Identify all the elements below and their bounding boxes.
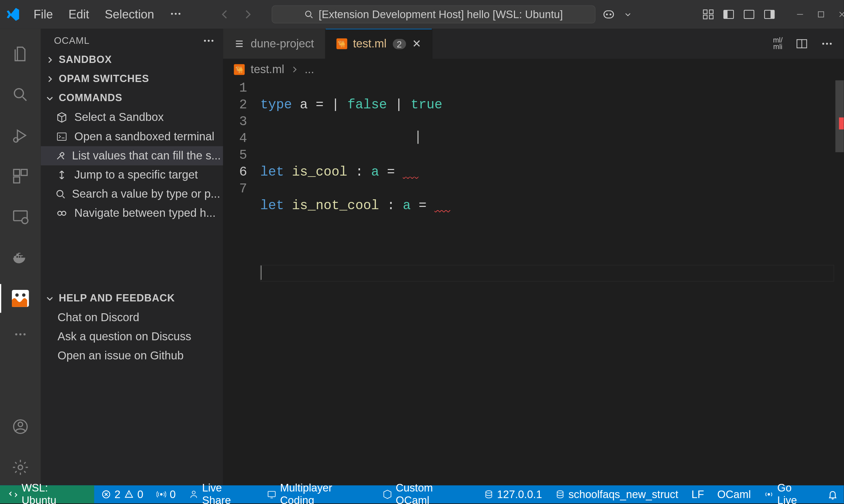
copilot-icon[interactable] bbox=[601, 7, 616, 22]
svg-rect-20 bbox=[21, 169, 27, 175]
status-database-ip[interactable]: 127.0.0.1 bbox=[478, 485, 548, 503]
help-discord[interactable]: Chat on Discord bbox=[41, 308, 223, 327]
sidebar: OCAML SANDBOX OPAM SWITCHES COMMANDS bbox=[41, 29, 223, 485]
vscode-logo-icon bbox=[5, 6, 20, 23]
breadcrumb[interactable]: 🐫 test.ml ... bbox=[223, 59, 844, 80]
menu-bar: File Edit Selection bbox=[27, 4, 189, 25]
svg-point-35 bbox=[211, 40, 213, 42]
cmd-list-values[interactable]: List values that can fill the s... bbox=[41, 146, 223, 165]
scrollbar-thumb[interactable] bbox=[836, 80, 844, 152]
svg-point-23 bbox=[22, 218, 28, 224]
svg-rect-8 bbox=[709, 10, 713, 14]
search-icon[interactable] bbox=[0, 77, 41, 113]
svg-rect-36 bbox=[57, 133, 66, 140]
svg-rect-15 bbox=[771, 10, 774, 18]
nav-back-icon[interactable] bbox=[219, 8, 231, 20]
activity-bar bbox=[0, 29, 41, 485]
cmd-jump-target[interactable]: Jump to a specific target bbox=[41, 165, 223, 184]
command-center[interactable]: [Extension Development Host] hello [WSL:… bbox=[272, 5, 596, 23]
window-maximize-icon[interactable] bbox=[817, 10, 825, 18]
svg-point-6 bbox=[609, 14, 611, 15]
settings-gear-icon[interactable] bbox=[0, 449, 41, 485]
svg-rect-21 bbox=[14, 177, 19, 183]
panel-bottom-icon[interactable] bbox=[743, 8, 755, 20]
svg-point-34 bbox=[208, 40, 210, 42]
status-database-name[interactable]: schoolfaqs_new_struct bbox=[549, 485, 684, 503]
remote-indicator[interactable]: WSL: Ubuntu bbox=[0, 485, 94, 503]
cmd-select-sandbox[interactable]: Select a Sandbox bbox=[41, 108, 223, 127]
ml-mli-switch-icon[interactable]: ml/ mli bbox=[773, 37, 783, 50]
section-help[interactable]: HELP AND FEEDBACK bbox=[41, 289, 223, 308]
svg-point-25 bbox=[15, 293, 18, 296]
docker-icon[interactable] bbox=[0, 240, 41, 276]
ocaml-file-icon: 🐫 bbox=[234, 64, 245, 75]
package-icon bbox=[55, 112, 68, 123]
tab-dune-project[interactable]: dune-project bbox=[223, 29, 325, 59]
window-close-icon[interactable] bbox=[838, 10, 844, 18]
help-discuss[interactable]: Ask a question on Discuss bbox=[41, 327, 223, 346]
status-notifications-icon[interactable] bbox=[822, 485, 844, 503]
code-editor[interactable]: 1 2 3 4 5 6 7 type a = | false | true le… bbox=[223, 80, 844, 486]
sidebar-title: OCAML bbox=[54, 35, 90, 46]
section-sandbox[interactable]: SANDBOX bbox=[41, 50, 223, 70]
menu-file[interactable]: File bbox=[27, 4, 60, 25]
more-actions-icon[interactable] bbox=[821, 38, 833, 50]
split-editor-icon[interactable] bbox=[796, 38, 808, 50]
svg-point-26 bbox=[22, 293, 25, 296]
window-minimize-icon[interactable] bbox=[796, 10, 804, 18]
cmd-search-type[interactable]: Search a value by type or p... bbox=[41, 184, 223, 203]
extensions-icon[interactable] bbox=[0, 158, 41, 194]
svg-point-27 bbox=[15, 334, 17, 336]
svg-rect-13 bbox=[744, 10, 754, 18]
nav-forward-icon[interactable] bbox=[242, 8, 254, 20]
close-icon[interactable]: ✕ bbox=[412, 37, 421, 50]
layout-customize-icon[interactable] bbox=[702, 8, 714, 20]
ocaml-icon[interactable] bbox=[0, 280, 41, 316]
run-debug-icon[interactable] bbox=[0, 118, 41, 154]
tab-test-ml[interactable]: 🐫 test.ml 2 ✕ bbox=[325, 29, 432, 59]
svg-rect-10 bbox=[709, 15, 713, 19]
menu-selection[interactable]: Selection bbox=[98, 4, 161, 25]
svg-point-0 bbox=[171, 13, 173, 15]
help-github[interactable]: Open an issue on Github bbox=[41, 346, 223, 365]
sidebar-more-icon[interactable] bbox=[203, 35, 214, 47]
overflow-icon[interactable] bbox=[0, 321, 41, 347]
status-multiplayer[interactable]: Multiplayer Coding bbox=[261, 485, 375, 503]
svg-point-45 bbox=[160, 493, 162, 496]
svg-rect-12 bbox=[724, 10, 727, 18]
section-opam[interactable]: OPAM SWITCHES bbox=[41, 70, 223, 89]
code-content[interactable]: type a = | false | true let is_cool : a … bbox=[260, 80, 844, 486]
error-marker[interactable] bbox=[839, 118, 844, 129]
overview-ruler[interactable] bbox=[836, 80, 844, 486]
menu-edit[interactable]: Edit bbox=[61, 4, 96, 25]
panel-right-icon[interactable] bbox=[763, 8, 775, 20]
svg-point-29 bbox=[23, 334, 26, 336]
cmd-navigate-holes[interactable]: Navigate between typed h... bbox=[41, 203, 223, 223]
accounts-icon[interactable] bbox=[0, 409, 41, 445]
chevron-right-icon bbox=[290, 65, 298, 73]
svg-point-49 bbox=[557, 491, 563, 493]
status-problems[interactable]: 2 0 bbox=[95, 485, 149, 503]
svg-point-5 bbox=[606, 14, 608, 15]
svg-point-38 bbox=[58, 211, 62, 215]
svg-point-17 bbox=[15, 89, 23, 97]
remote-explorer-icon[interactable] bbox=[0, 199, 41, 235]
svg-point-39 bbox=[62, 211, 66, 215]
svg-point-50 bbox=[768, 493, 770, 496]
status-language[interactable]: OCaml bbox=[711, 485, 757, 503]
gutter: 1 2 3 4 5 6 7 bbox=[223, 80, 260, 486]
status-ocaml-sandbox[interactable]: Custom OCaml bbox=[377, 485, 476, 503]
status-golive[interactable]: Go Live bbox=[758, 485, 820, 503]
status-ports[interactable]: 0 bbox=[151, 485, 182, 503]
chevron-right-icon bbox=[46, 56, 55, 64]
status-liveshare[interactable]: Live Share bbox=[183, 485, 260, 503]
explorer-icon[interactable] bbox=[0, 36, 41, 72]
chevron-down-icon[interactable] bbox=[624, 11, 632, 18]
section-commands[interactable]: COMMANDS bbox=[41, 89, 223, 108]
menu-overflow[interactable] bbox=[162, 4, 189, 25]
cmd-open-terminal[interactable]: Open a sandboxed terminal bbox=[41, 127, 223, 146]
ocaml-file-icon: 🐫 bbox=[336, 38, 347, 49]
panel-left-icon[interactable] bbox=[723, 8, 735, 20]
tab-bar: dune-project 🐫 test.ml 2 ✕ ml/ mli bbox=[223, 29, 844, 59]
status-eol[interactable]: LF bbox=[685, 485, 710, 503]
